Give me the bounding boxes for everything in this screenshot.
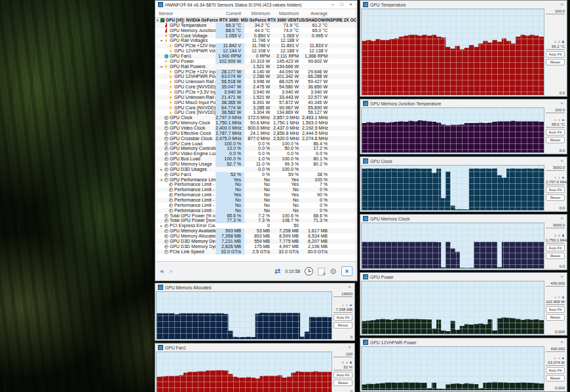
table-row[interactable]: ▾ GPU Rail Voltages 11.746 V 12.188 V bbox=[155, 38, 357, 43]
table-row[interactable]: Performance Limit - Thermal No No No 0 % bbox=[155, 187, 357, 192]
close-button[interactable]: × bbox=[347, 1, 354, 9]
remote-sensors-icon[interactable]: ⇄ bbox=[275, 267, 280, 276]
close-icon[interactable]: × bbox=[347, 344, 352, 351]
expand-caret-icon[interactable]: ▾ bbox=[159, 38, 164, 43]
close-icon[interactable]: × bbox=[560, 339, 564, 346]
close-icon[interactable]: × bbox=[560, 274, 564, 280]
auto-fit-button[interactable]: Auto Fit bbox=[546, 306, 565, 313]
table-row[interactable]: ▸ PCI Express Error Counters 0 50 bbox=[155, 223, 357, 228]
table-row[interactable]: Performance Limit - Reliability Voltage … bbox=[155, 192, 357, 198]
reset-button[interactable]: Reset bbox=[333, 380, 352, 386]
reset-button[interactable]: Reset bbox=[546, 253, 565, 259]
table-row[interactable]: ▾ GPU Performance Limiters Yes No Yes 10… bbox=[155, 177, 357, 183]
table-row[interactable]: GPU 12VHPWR Voltage 12.144 V 12.108 V 12… bbox=[155, 48, 357, 54]
expand-caret-icon[interactable]: ▸ bbox=[159, 223, 164, 228]
table-row[interactable]: GPU Memory Controller Load 13.0 % 0.0 % … bbox=[155, 146, 357, 151]
expand-caret-icon[interactable]: ▾ bbox=[159, 177, 164, 183]
auto-fit-button[interactable]: Auto Fit bbox=[333, 372, 352, 378]
column-maximum[interactable]: Maximum bbox=[273, 11, 302, 16]
table-row[interactable]: Performance Limit - Utilization No No No… bbox=[155, 203, 357, 208]
reset-button[interactable]: Reset bbox=[546, 314, 565, 321]
graph-titlebar[interactable]: GPU Memory Junction Temperature × bbox=[360, 99, 567, 107]
reset-button[interactable]: Reset bbox=[546, 194, 565, 201]
table-row[interactable]: ▾ GPU [#0]: NVIDIA GeForce RTX 3060: MSI… bbox=[155, 18, 357, 23]
prev-sensors-button[interactable]: « bbox=[160, 268, 164, 275]
window-titlebar[interactable]: HWiNFO® 64 v6.34-5870 Sensors Status [0.… bbox=[155, 1, 357, 9]
table-row[interactable]: GPU 12VHPWR Power 63.074 W 2.286 W 101.3… bbox=[155, 74, 357, 79]
expand-caret-icon[interactable]: ▾ bbox=[159, 64, 164, 69]
close-icon[interactable]: × bbox=[560, 1, 564, 8]
table-row[interactable]: GPU PCIe +3.3V Input Power (est) 3.940 W… bbox=[155, 90, 357, 95]
reset-button[interactable]: Reset bbox=[546, 137, 565, 143]
auto-fit-button[interactable]: Auto Fit bbox=[333, 314, 352, 321]
auto-fit-button[interactable]: Auto Fit bbox=[546, 51, 565, 58]
table-row[interactable]: GPU Temperature 66.3 °C 34.2 °C 71.9 °C … bbox=[155, 23, 357, 28]
table-row[interactable]: GPU Core (NVVDD) Input Power (sum) 35.04… bbox=[155, 84, 357, 90]
table-row[interactable]: GPU Unknown Rail (D8) Power (sum) 56.518… bbox=[155, 79, 357, 84]
table-row[interactable]: GPU Core (NVVDD) Output Power 64.774 W 3… bbox=[155, 105, 357, 111]
graph-titlebar[interactable]: GPU Power × bbox=[360, 273, 567, 281]
table-row[interactable]: GPU Memory Usage 62.7 % 11.0 % 99.3 % 80… bbox=[155, 162, 357, 167]
table-row[interactable]: GPU Memory Available 593 MB 53 MB 7,258 … bbox=[155, 228, 357, 234]
table-row[interactable]: ▸ GPU D3D Usages 0.0 % 100.0 % bbox=[155, 167, 357, 172]
close-sensors-button[interactable]: × bbox=[341, 266, 352, 276]
table-row[interactable]: GPU Crossbar Clock 2,475.0 MHz 877.0 MHz… bbox=[155, 136, 357, 141]
table-row[interactable]: GPU Core Voltage 1.055 V 0.850 V 1.065 V… bbox=[155, 33, 357, 39]
maximize-button[interactable]: □ bbox=[338, 1, 345, 9]
table-row[interactable]: GPU Effective Clock 2,787.7 MHz 24.1 MHz… bbox=[155, 131, 357, 136]
table-row[interactable]: GPU D3D Memory Dynamic 2,826 MB 175 MB 4… bbox=[155, 244, 357, 249]
column-average[interactable]: Average bbox=[302, 11, 331, 16]
auto-fit-button[interactable]: Auto Fit bbox=[546, 129, 565, 135]
table-row[interactable]: GPU Fan1 1,900 RPM 0 RPM 2,111 RPM 1,368… bbox=[155, 54, 357, 59]
reset-button[interactable]: Reset bbox=[546, 375, 565, 382]
auto-fit-button[interactable]: Auto Fit bbox=[546, 367, 565, 374]
table-row[interactable]: GPU Core Load 100.0 % 0.0 % 100.0 % 86.4… bbox=[155, 141, 357, 147]
graph-titlebar[interactable]: GPU Fan1 × bbox=[155, 344, 354, 351]
table-row[interactable]: Total GPU Power [% of TDP] 65.6 % 7.2 % … bbox=[155, 213, 357, 219]
logging-icon[interactable] bbox=[318, 268, 325, 276]
table-row[interactable]: GPU Clock 2,797.0 MHz 172.0 MHz 2,857.0 … bbox=[155, 115, 357, 120]
settings-gear-icon[interactable]: ⚙ bbox=[330, 267, 337, 276]
graph-titlebar[interactable]: GPU Memory Allocated × bbox=[155, 283, 354, 291]
expand-caret-icon[interactable]: ▸ bbox=[159, 167, 164, 172]
graph-titlebar[interactable]: GPU Memory Clock × bbox=[360, 215, 567, 223]
table-row[interactable]: GPU Unknown Rail (D4) Power (sum) 21.471… bbox=[155, 95, 357, 100]
column-minimum[interactable]: Minimum bbox=[244, 11, 273, 16]
table-row[interactable]: GPU Video Engine Load 0.0 % 0.0 % 0.0 % … bbox=[155, 151, 357, 156]
table-row[interactable]: GPU Memory Clock 1,750.1 MHz 50.6 MHz 1,… bbox=[155, 120, 357, 126]
column-current[interactable]: Current bbox=[216, 11, 244, 16]
table-row[interactable]: Total GPU Power (normalized) [% of TDP] … bbox=[155, 219, 357, 224]
table-row[interactable]: GPU D3D Memory Dedicated 7,231 MB 559 MB… bbox=[155, 239, 357, 244]
table-row[interactable]: GPU Memory Junction Temperature 68.0 °C … bbox=[155, 28, 357, 33]
auto-fit-button[interactable]: Auto Fit bbox=[546, 187, 565, 193]
table-row[interactable]: GPU Fan1 52 % 0 % 59 % 38 % bbox=[155, 172, 357, 177]
table-row[interactable]: GPU Bus Load 100.0 % 1.0 % 100.0 % 80.1 … bbox=[155, 156, 357, 162]
table-row[interactable]: GPU Memory Allocated 7,358 MB 893 MB 8,5… bbox=[155, 234, 357, 239]
auto-fit-button[interactable]: Auto Fit bbox=[546, 245, 565, 251]
reset-button[interactable]: Reset bbox=[546, 59, 565, 65]
close-icon[interactable]: × bbox=[560, 158, 564, 164]
clock-toolbar-icon[interactable] bbox=[305, 267, 313, 276]
table-row[interactable]: Performance Limit - Power No No Yes 7 % bbox=[155, 183, 357, 188]
graph-titlebar[interactable]: GPU 12VHPWR Power × bbox=[360, 338, 567, 346]
table-row[interactable]: GPU Core (NVVDD) Output Power 38.582 W 3… bbox=[155, 110, 357, 115]
graph-titlebar[interactable]: GPU Temperature × bbox=[360, 1, 567, 9]
expand-caret-icon[interactable]: ▾ bbox=[155, 18, 160, 23]
close-icon[interactable]: × bbox=[347, 284, 352, 291]
minimize-button[interactable]: – bbox=[329, 1, 336, 9]
table-row[interactable]: GPU PCIe +12V Input Power 28.177 W 4.140… bbox=[155, 69, 357, 75]
table-row[interactable]: GPU PCIe +12V Input Voltage 11.842 V 11.… bbox=[155, 43, 357, 48]
table-row[interactable]: Performance Limit - SLI GPUBoost Sync No… bbox=[155, 208, 357, 213]
table-row[interactable]: PCIe Link Speed 32.0 GT/s 2.5 GT/s 32.0 … bbox=[155, 249, 357, 255]
table-row[interactable]: GPU Video Clock 2,400.0 MHz 600.0 MHz 2,… bbox=[155, 126, 357, 131]
reset-button[interactable]: Reset bbox=[333, 322, 352, 329]
table-row[interactable]: ▾ GPU Rail Powers 1.521 W 134.669 W bbox=[155, 64, 357, 69]
next-sensors-button[interactable]: » bbox=[168, 268, 172, 275]
table-row[interactable]: Performance Limit - Max Operating Vol...… bbox=[155, 198, 357, 203]
close-icon[interactable]: × bbox=[560, 215, 564, 222]
table-row[interactable]: GPU Power 102.909 W 10.319 W 145.423 W 9… bbox=[155, 59, 357, 64]
graph-titlebar[interactable]: GPU Clock × bbox=[360, 157, 567, 165]
column-sensor[interactable]: Sensor bbox=[155, 11, 216, 16]
table-row[interactable]: GPU Misc0 Input Power (sum) 38.365 W 6.3… bbox=[155, 100, 357, 105]
close-icon[interactable]: × bbox=[560, 100, 564, 107]
